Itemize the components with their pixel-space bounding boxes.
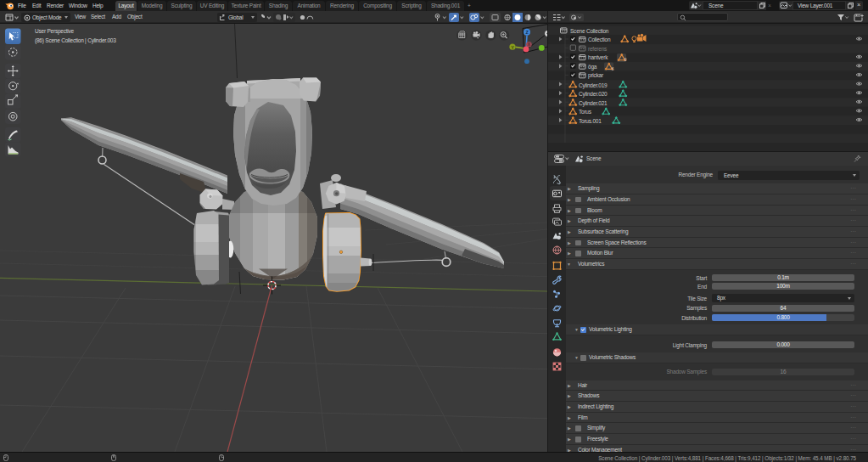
svg-text:Cylinder.021: Cylinder.021 (579, 100, 608, 107)
svg-text:referens: referens (588, 46, 608, 52)
svg-text:(86) Scene Collection | Cylind: (86) Scene Collection | Cylinder.003 (35, 37, 116, 44)
svg-text:Torus.001: Torus.001 (579, 118, 602, 124)
svg-text:prickar: prickar (588, 72, 604, 79)
svg-text:Cylinder.019: Cylinder.019 (579, 82, 608, 89)
svg-text:Collection: Collection (588, 37, 611, 42)
svg-text:hantverk: hantverk (588, 54, 608, 60)
svg-text:9: 9 (624, 58, 627, 62)
svg-text:User Perspective: User Perspective (35, 28, 75, 35)
svg-text:Torus: Torus (579, 109, 592, 115)
svg-text:Scene Collection: Scene Collection (570, 28, 609, 34)
svg-text:Cylinder.020: Cylinder.020 (579, 91, 608, 98)
svg-text:öga: öga (588, 64, 597, 70)
svg-text:Y: Y (511, 45, 514, 50)
